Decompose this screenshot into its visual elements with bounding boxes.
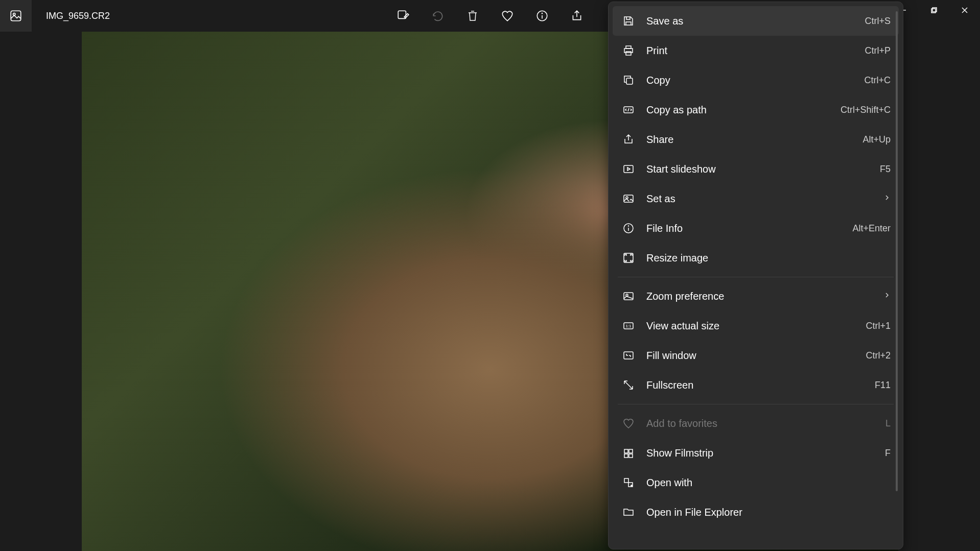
fullscreen-icon [621, 377, 636, 393]
photos-app-icon [9, 9, 22, 22]
menu-item-set-as[interactable]: Set as [613, 184, 899, 213]
main-toolbar [393, 0, 587, 32]
menu-item-print[interactable]: Print Ctrl+P [613, 36, 899, 65]
filename-label: IMG_9659.CR2 [46, 11, 110, 21]
file-info-icon [621, 221, 636, 236]
menu-label: Zoom preference [646, 291, 883, 302]
menu-label: Copy as path [646, 104, 841, 116]
chevron-right-icon [883, 292, 891, 301]
menu-label: Fullscreen [646, 379, 875, 391]
open-with-icon [621, 475, 636, 490]
rotate-button[interactable] [428, 6, 448, 26]
menu-shortcut: Ctrl+P [865, 45, 891, 56]
filmstrip-icon [621, 445, 636, 461]
copy-path-icon [621, 102, 636, 117]
file-explorer-icon [621, 505, 636, 520]
menu-item-show-filmstrip[interactable]: Show Filmstrip F [613, 438, 899, 468]
maximize-button[interactable] [919, 0, 949, 20]
menu-shortcut: Ctrl+Shift+C [841, 105, 891, 115]
svg-rect-14 [626, 78, 633, 84]
svg-rect-30 [624, 454, 628, 458]
menu-shortcut: Alt+Enter [852, 223, 891, 234]
fill-window-icon [621, 348, 636, 363]
menu-item-fullscreen[interactable]: Fullscreen F11 [613, 370, 899, 400]
svg-rect-8 [931, 9, 936, 13]
edit-icon [396, 9, 410, 22]
rotate-icon [431, 9, 445, 22]
svg-rect-29 [629, 449, 633, 453]
svg-point-5 [542, 13, 542, 14]
heart-icon [501, 9, 514, 22]
menu-item-file-info[interactable]: File Info Alt+Enter [613, 213, 899, 243]
resize-icon [621, 250, 636, 266]
svg-rect-32 [624, 478, 628, 483]
menu-label: Resize image [646, 252, 891, 264]
menu-item-resize-image[interactable]: Resize image [613, 243, 899, 273]
menu-shortcut: Ctrl+S [865, 16, 891, 27]
heart-menu-icon [621, 416, 636, 431]
svg-point-34 [631, 485, 633, 487]
menu-item-copy-as-path[interactable]: Copy as path Ctrl+Shift+C [613, 95, 899, 125]
svg-rect-7 [932, 8, 937, 12]
menu-label: Set as [646, 193, 883, 205]
menu-shortcut: Ctrl+2 [866, 350, 891, 361]
favorite-button[interactable] [497, 6, 518, 26]
menu-item-save-as[interactable]: Save as Ctrl+S [613, 6, 899, 36]
more-options-menu: Save as Ctrl+S Print Ctrl+P Copy Ctrl+C … [608, 2, 903, 549]
menu-label: Copy [646, 75, 864, 86]
menu-item-open-with[interactable]: Open with [613, 468, 899, 497]
menu-item-share[interactable]: Share Alt+Up [613, 125, 899, 154]
app-icon-button[interactable] [0, 0, 32, 32]
edit-button[interactable] [393, 6, 413, 26]
svg-text:1:1: 1:1 [625, 324, 632, 328]
info-icon [535, 9, 549, 22]
menu-scrollbar[interactable] [896, 11, 898, 491]
slideshow-icon [621, 161, 636, 177]
menu-label: Add to favorites [646, 418, 885, 429]
zoom-pref-icon [621, 289, 636, 304]
actual-size-icon: 1:1 [621, 318, 636, 333]
close-icon [961, 7, 968, 14]
svg-rect-28 [624, 449, 628, 453]
menu-divider [618, 277, 894, 277]
menu-divider [618, 404, 894, 404]
delete-button[interactable] [462, 6, 483, 26]
chevron-right-icon [883, 194, 891, 203]
info-button[interactable] [532, 6, 552, 26]
share-menu-icon [621, 132, 636, 147]
share-icon [570, 9, 584, 22]
set-as-icon [621, 191, 636, 206]
menu-label: Print [646, 45, 865, 57]
svg-point-21 [628, 226, 629, 226]
copy-icon [621, 73, 636, 88]
menu-item-fill-window[interactable]: Fill window Ctrl+2 [613, 341, 899, 370]
svg-rect-13 [626, 52, 631, 55]
svg-rect-16 [624, 165, 633, 173]
menu-shortcut: Alt+Up [862, 134, 891, 145]
menu-label: Fill window [646, 350, 866, 362]
menu-label: Share [646, 134, 862, 146]
trash-icon [466, 9, 479, 22]
menu-item-open-in-file-explorer[interactable]: Open in File Explorer [613, 497, 899, 527]
svg-rect-27 [624, 352, 633, 359]
menu-item-view-actual-size[interactable]: 1:1 View actual size Ctrl+1 [613, 311, 899, 341]
close-button[interactable] [949, 0, 980, 20]
share-button[interactable] [567, 6, 587, 26]
menu-item-zoom-preference[interactable]: Zoom preference [613, 281, 899, 311]
menu-item-copy[interactable]: Copy Ctrl+C [613, 65, 899, 95]
menu-label: Save as [646, 15, 865, 27]
maximize-icon [930, 7, 938, 14]
menu-label: View actual size [646, 320, 866, 332]
menu-label: Open with [646, 477, 891, 489]
menu-item-add-to-favorites: Add to favorites L [613, 409, 899, 438]
menu-shortcut: F5 [880, 164, 891, 175]
menu-item-start-slideshow[interactable]: Start slideshow F5 [613, 154, 899, 184]
menu-shortcut: F [885, 448, 891, 459]
menu-label: File Info [646, 223, 852, 234]
menu-shortcut: Ctrl+C [864, 75, 891, 86]
menu-shortcut: L [885, 418, 891, 429]
menu-label: Start slideshow [646, 163, 880, 175]
svg-rect-31 [629, 454, 633, 458]
print-icon [621, 43, 636, 58]
menu-shortcut: F11 [875, 380, 891, 391]
